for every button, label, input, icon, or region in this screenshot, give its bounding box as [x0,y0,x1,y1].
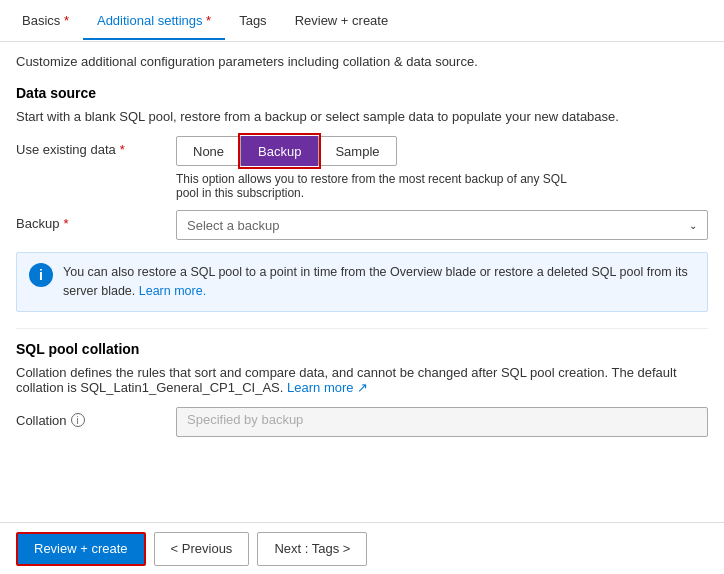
collation-row: Collation i Specified by backup [16,407,708,437]
collation-desc: Collation defines the rules that sort an… [16,365,708,395]
datasource-section: Data source Start with a blank SQL pool,… [16,85,708,240]
use-existing-data-label: Use existing data * [16,136,176,157]
collation-label: Collation i [16,407,176,428]
content-area: Customize additional configuration param… [0,42,724,522]
info-learn-more-link[interactable]: Learn more. [139,284,206,298]
tab-review-create[interactable]: Review + create [281,3,403,40]
datasource-title: Data source [16,85,708,101]
info-icon: i [29,263,53,287]
option-sample[interactable]: Sample [318,136,396,166]
collation-info-icon[interactable]: i [71,413,85,427]
backup-placeholder: Select a backup [187,218,280,233]
radio-group: None Backup Sample [176,136,708,166]
tab-additional-settings[interactable]: Additional settings * [83,3,225,40]
backup-dropdown[interactable]: Select a backup ⌄ [176,210,708,240]
tab-basics[interactable]: Basics * [8,3,83,40]
datasource-desc: Start with a blank SQL pool, restore fro… [16,109,708,124]
footer: Review + create < Previous Next : Tags > [0,522,724,574]
collation-learn-more-link[interactable]: Learn more ↗ [287,380,368,395]
collation-control: Specified by backup [176,407,708,437]
next-button[interactable]: Next : Tags > [257,532,367,566]
chevron-down-icon: ⌄ [689,220,697,231]
option-backup[interactable]: Backup [241,136,318,166]
backup-label: Backup * [16,210,176,231]
info-box: i You can also restore a SQL pool to a p… [16,252,708,312]
previous-button[interactable]: < Previous [154,532,250,566]
section-divider [16,328,708,329]
info-text: You can also restore a SQL pool to a poi… [63,263,695,301]
collation-section: SQL pool collation Collation defines the… [16,341,708,437]
tab-bar: Basics * Additional settings * Tags Revi… [0,0,724,42]
collation-input: Specified by backup [176,407,708,437]
tab-tags[interactable]: Tags [225,3,280,40]
backup-control: Select a backup ⌄ [176,210,708,240]
review-create-button[interactable]: Review + create [16,532,146,566]
use-existing-data-control: None Backup Sample This option allows yo… [176,136,708,200]
option-description: This option allows you to restore from t… [176,172,576,200]
option-none[interactable]: None [176,136,241,166]
use-existing-data-row: Use existing data * None Backup Sample T… [16,136,708,200]
page-description: Customize additional configuration param… [16,54,708,69]
backup-row: Backup * Select a backup ⌄ [16,210,708,240]
collation-title: SQL pool collation [16,341,708,357]
